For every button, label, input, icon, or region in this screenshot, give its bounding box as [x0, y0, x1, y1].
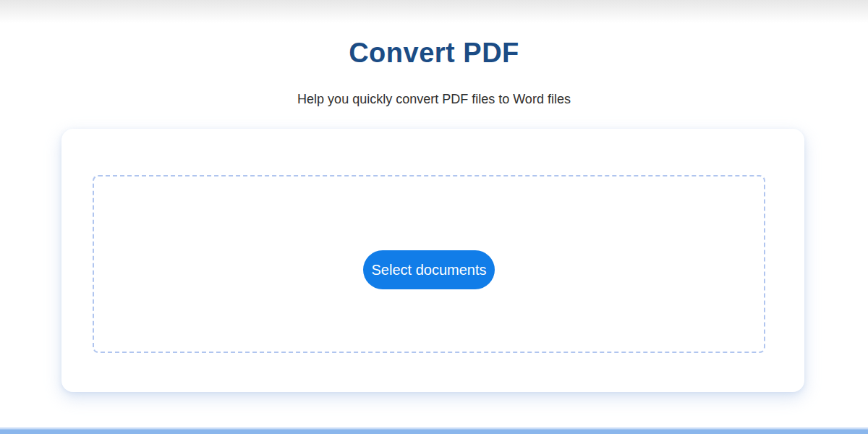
footer-top-strip	[0, 427, 868, 434]
select-documents-button[interactable]: Select documents	[363, 250, 495, 289]
upload-dropzone[interactable]: Select documents	[93, 175, 765, 353]
page-title: Convert PDF	[0, 38, 868, 69]
page-subtitle: Help you quickly convert PDF files to Wo…	[0, 91, 868, 108]
page-top-gradient	[0, 0, 868, 23]
upload-card: Select documents	[61, 129, 804, 392]
